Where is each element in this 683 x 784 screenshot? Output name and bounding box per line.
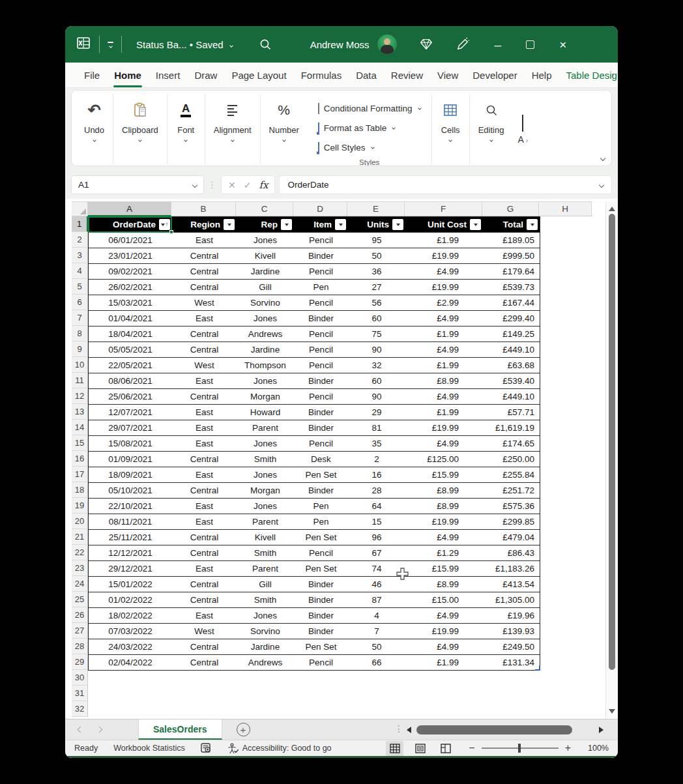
table-cell[interactable]: 60 (348, 373, 405, 388)
table-cell[interactable]: Binder (294, 373, 348, 388)
table-cell[interactable]: East (172, 467, 237, 482)
table-cell[interactable]: Pen Set (294, 467, 348, 482)
row-header-12[interactable]: 12 (72, 388, 88, 404)
table-cell[interactable]: 29 (348, 405, 405, 420)
table-cell[interactable]: £189.05 (483, 233, 540, 248)
table-cell[interactable]: 01/09/2021 (89, 452, 172, 467)
table-header-region[interactable]: Region (172, 217, 237, 232)
table-cell[interactable]: 7 (348, 624, 405, 639)
table-cell[interactable]: 01/04/2021 (89, 311, 172, 326)
accessibility-status[interactable]: Accessibility: Good to go (227, 743, 332, 754)
table-cell[interactable]: 4 (348, 608, 405, 623)
table-cell[interactable]: 60 (348, 311, 405, 326)
row-header-27[interactable]: 27 (72, 623, 88, 639)
table-cell[interactable]: Pencil (294, 545, 348, 560)
document-title[interactable]: Status Ba... • Saved (136, 39, 233, 50)
table-cell[interactable]: Kivell (237, 530, 294, 545)
table-cell[interactable]: 66 (348, 655, 405, 670)
table-cell[interactable]: £4.99 (405, 530, 483, 545)
table-cell[interactable]: £8.99 (405, 483, 483, 498)
table-cell[interactable]: 15/01/2022 (89, 577, 172, 592)
row-header-25[interactable]: 25 (72, 592, 88, 607)
table-cell[interactable]: 16 (348, 467, 405, 482)
tab-table-desig[interactable]: Table Desig (559, 63, 618, 87)
horizontal-scroll-thumb[interactable] (416, 725, 572, 734)
premium-diamond-icon[interactable] (419, 37, 433, 51)
filter-button[interactable] (335, 219, 346, 230)
table-cell[interactable]: £8.99 (405, 499, 483, 514)
chevron-down-icon[interactable] (192, 182, 197, 187)
table-cell[interactable]: Central (172, 280, 237, 295)
table-cell[interactable]: East (172, 311, 237, 326)
table-cell[interactable]: Sorvino (237, 624, 294, 639)
ribbon-group-editing[interactable]: Editing (470, 94, 513, 164)
table-header-item[interactable]: Item (294, 217, 348, 232)
page-layout-view-button[interactable] (411, 741, 429, 756)
table-cell[interactable]: Pen (294, 499, 348, 514)
table-cell[interactable]: Pencil (294, 436, 348, 451)
column-header-f[interactable]: F (405, 201, 482, 216)
table-cell[interactable]: 50 (348, 248, 405, 263)
table-cell[interactable]: 05/10/2021 (89, 483, 172, 498)
maximize-button[interactable] (526, 40, 534, 49)
table-cell[interactable]: 02/04/2022 (89, 655, 172, 670)
table-cell[interactable]: Binder (294, 608, 348, 623)
table-cell[interactable]: East (172, 405, 237, 420)
tab-view[interactable]: View (430, 63, 465, 87)
table-cell[interactable]: West (172, 358, 237, 373)
table-cell[interactable]: £1,305.00 (483, 592, 540, 607)
table-cell[interactable]: Pencil (294, 233, 348, 248)
sheet-tab-salesorders[interactable]: SalesOrders (138, 719, 222, 740)
table-cell[interactable]: 29/12/2021 (89, 561, 172, 576)
table-cell[interactable]: 28 (348, 483, 405, 498)
table-cell[interactable]: £1.99 (405, 358, 483, 373)
table-cell[interactable]: Jones (237, 608, 294, 623)
table-cell[interactable]: Central (172, 483, 237, 498)
table-cell[interactable]: Pencil (294, 358, 348, 373)
filter-button[interactable] (281, 219, 292, 230)
table-cell[interactable]: £139.93 (483, 624, 540, 639)
table-cell[interactable]: 06/01/2021 (89, 233, 172, 248)
filter-button[interactable] (392, 219, 403, 230)
table-cell[interactable]: Parent (237, 514, 294, 529)
insert-function-icon[interactable]: fx (259, 179, 268, 191)
scroll-up-icon[interactable] (609, 207, 615, 211)
table-cell[interactable]: Central (172, 327, 237, 341)
table-cell[interactable]: Parent (237, 561, 294, 576)
row-header-10[interactable]: 10 (72, 357, 88, 373)
ribbon-group-undo[interactable]: ↶Undo (76, 94, 113, 164)
table-cell[interactable]: Central (172, 264, 237, 279)
table-cell[interactable]: £19.99 (405, 514, 483, 529)
tab-file[interactable]: File (77, 63, 107, 87)
table-cell[interactable]: Central (172, 530, 237, 545)
filter-button[interactable] (470, 219, 481, 230)
tab-scroll-grip[interactable]: ⋮ (394, 723, 404, 734)
table-cell[interactable]: £299.40 (483, 311, 540, 326)
table-cell[interactable]: 75 (348, 327, 405, 341)
row-header-16[interactable]: 16 (72, 451, 88, 467)
table-cell[interactable]: Morgan (237, 483, 294, 498)
table-cell[interactable]: 12/12/2021 (89, 545, 172, 560)
table-cell[interactable]: Pencil (294, 327, 348, 341)
table-cell[interactable]: £174.65 (483, 436, 540, 451)
table-cell[interactable]: £15.00 (405, 592, 483, 607)
table-cell[interactable]: Thompson (237, 358, 294, 373)
table-cell[interactable]: Jardine (237, 342, 294, 357)
table-cell[interactable]: Central (172, 639, 237, 654)
table-cell[interactable]: 01/02/2022 (89, 592, 172, 607)
table-cell[interactable]: Jones (237, 233, 294, 248)
table-cell[interactable]: Howard (237, 405, 294, 420)
row-header-4[interactable]: 4 (72, 263, 88, 279)
table-cell[interactable]: £999.50 (483, 248, 540, 263)
column-header-c[interactable]: C (236, 201, 293, 216)
table-cell[interactable]: £255.84 (483, 467, 540, 482)
table-cell[interactable]: £4.99 (405, 264, 483, 279)
table-cell[interactable]: Binder (294, 624, 348, 639)
table-cell[interactable]: 08/11/2021 (89, 514, 172, 529)
table-cell[interactable]: £1,619.19 (483, 420, 540, 435)
table-cell[interactable]: Binder (294, 577, 348, 592)
name-box[interactable]: A1 (71, 175, 204, 194)
table-cell[interactable]: £167.44 (483, 295, 540, 310)
tab-review[interactable]: Review (384, 63, 430, 87)
table-cell[interactable]: £19.96 (483, 608, 540, 623)
